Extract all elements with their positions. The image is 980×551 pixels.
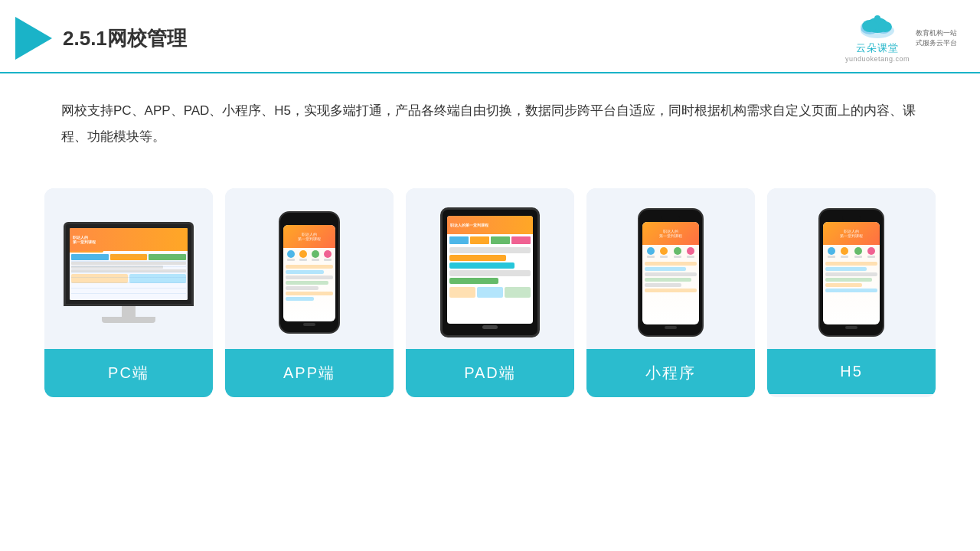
phone-h5-screen: 职达人的第一堂判课程 xyxy=(823,222,880,324)
phone-mini-home xyxy=(665,326,677,329)
phone-mini-icon-label-3 xyxy=(674,256,681,258)
phone-notch xyxy=(300,219,318,223)
phone-mini-icon-label-4 xyxy=(687,256,694,258)
card-miniprogram: 职达人的第一堂判课程 xyxy=(586,188,755,397)
card-h5: 职达人的第一堂判课程 xyxy=(767,188,936,397)
tablet-mockup: 职达人的第一堂判课程 xyxy=(440,207,540,337)
card-pc-image: 职达人的第一堂判课程 xyxy=(44,188,213,349)
phone-icon-label-2 xyxy=(299,259,307,261)
card-h5-image: 职达人的第一堂判课程 xyxy=(767,188,936,349)
phone-mini-icon-4 xyxy=(687,247,694,258)
card-app-image: 职达人的第一堂判课程 xyxy=(225,188,394,349)
phone-h5-icon-3 xyxy=(854,247,862,258)
card-app: 职达人的第一堂判课程 xyxy=(225,188,394,397)
phone-screen: 职达人的第一堂判课程 xyxy=(283,225,335,321)
cloud-icon xyxy=(854,14,900,41)
phone-icon-label-4 xyxy=(324,259,332,261)
header-left: 2.5.1网校管理 xyxy=(15,17,187,60)
phone-icon-circle-2 xyxy=(299,250,307,258)
phone-h5-icon-2 xyxy=(841,247,848,258)
page-title: 2.5.1网校管理 xyxy=(63,25,187,52)
phone-app-mockup: 职达人的第一堂判课程 xyxy=(279,211,340,334)
phone-icon-2 xyxy=(299,250,307,261)
phone-mini-icons xyxy=(642,245,699,260)
card-app-label: APP端 xyxy=(225,349,394,397)
tablet-row-4 xyxy=(449,270,531,276)
card-pad-image: 职达人的第一堂判课程 xyxy=(406,188,574,349)
phone-icon-1 xyxy=(287,250,295,261)
tablet-row-3 xyxy=(449,262,514,269)
phone-icon-3 xyxy=(312,250,319,261)
phone-h5-notch xyxy=(842,216,861,220)
card-miniprogram-label: 小程序 xyxy=(586,349,755,397)
pc-neck xyxy=(122,306,136,317)
logo-triangle-icon xyxy=(15,17,52,60)
tablet-screen: 职达人的第一堂判课程 xyxy=(447,216,533,324)
phone-h5-banner: 职达人的第一堂判课程 xyxy=(823,222,880,245)
brand-logo: 云朵课堂 yunduoketang.com xyxy=(845,14,910,63)
description-text: 网校支持PC、APP、PAD、小程序、H5，实现多端打通，产品各终端自由切换，数… xyxy=(0,73,980,165)
phone-h5-home xyxy=(845,326,858,329)
phone-icon-circle-4 xyxy=(324,250,332,258)
phone-h5-icon-label-4 xyxy=(867,256,875,258)
pc-device-mockup: 职达人的第一堂判课程 xyxy=(64,222,194,323)
phone-icon-circle-3 xyxy=(312,250,319,258)
card-pc: 职达人的第一堂判课程 xyxy=(44,188,213,397)
phone-h5-icon-circle-3 xyxy=(854,247,862,255)
header: 2.5.1网校管理 云朵课堂 yunduoketang.com 教育机构一站式服… xyxy=(0,0,980,73)
phone-icons-row xyxy=(283,248,335,263)
phone-mini-icon-label-2 xyxy=(660,256,668,258)
svg-point-5 xyxy=(878,21,892,32)
phone-h5-icon-circle-4 xyxy=(867,247,875,255)
phone-h5-mockup: 职达人的第一堂判课程 xyxy=(818,208,884,337)
tablet-row-5 xyxy=(449,278,498,284)
phone-mini-banner: 职达人的第一堂判课程 xyxy=(642,222,699,245)
phone-mini-icon-1 xyxy=(647,247,655,258)
tablet-home-bar xyxy=(482,325,498,329)
phone-banner: 职达人的第一堂判课程 xyxy=(283,225,335,248)
phone-h5-icon-1 xyxy=(828,247,835,258)
phone-h5-icons xyxy=(823,245,880,260)
phone-mini-notch xyxy=(662,216,680,220)
phone-mini-icon-label-1 xyxy=(647,256,655,258)
cards-container: 职达人的第一堂判课程 xyxy=(0,173,980,412)
svg-point-4 xyxy=(862,20,877,32)
pc-base xyxy=(102,317,155,323)
phone-mini-screen: 职达人的第一堂判课程 xyxy=(642,222,699,324)
phone-icon-circle-1 xyxy=(287,250,295,258)
phone-h5-icon-4 xyxy=(867,247,875,258)
phone-h5-icon-label-1 xyxy=(828,256,835,258)
phone-mini-mockup: 职达人的第一堂判课程 xyxy=(638,208,704,337)
card-miniprogram-image: 职达人的第一堂判课程 xyxy=(586,188,755,349)
pc-screen-inner: 职达人的第一堂判课程 xyxy=(70,228,188,300)
tablet-row-2 xyxy=(449,255,506,261)
tablet-screen-header: 职达人的第一堂判课程 xyxy=(447,216,533,234)
phone-icon-label-3 xyxy=(312,259,319,261)
phone-home-button xyxy=(303,323,315,326)
phone-h5-icon-circle-2 xyxy=(841,247,848,255)
phone-h5-icon-label-3 xyxy=(854,256,862,258)
phone-mini-icon-circle-1 xyxy=(647,247,655,255)
card-pad-label: PAD端 xyxy=(406,349,574,397)
phone-mini-icon-3 xyxy=(674,247,681,258)
header-right: 云朵课堂 yunduoketang.com 教育机构一站式服务云平台 xyxy=(845,14,957,63)
phone-mini-icon-circle-3 xyxy=(674,247,681,255)
tablet-row-1 xyxy=(449,247,531,253)
phone-mini-icon-2 xyxy=(660,247,668,258)
card-h5-label: H5 xyxy=(767,349,936,394)
brand-url: yunduoketang.com xyxy=(845,55,910,63)
tablet-screen-body xyxy=(447,234,533,300)
phone-icon-label-1 xyxy=(287,259,295,261)
card-pad: 职达人的第一堂判课程 xyxy=(406,188,574,397)
phone-icon-4 xyxy=(324,250,332,261)
phone-h5-icon-circle-1 xyxy=(828,247,835,255)
phone-h5-icon-label-2 xyxy=(841,256,848,258)
phone-mini-icon-circle-4 xyxy=(687,247,694,255)
pc-screen-outer: 职达人的第一堂判课程 xyxy=(64,222,194,306)
brand-name: 云朵课堂 xyxy=(856,41,899,55)
card-pc-label: PC端 xyxy=(44,349,213,397)
phone-mini-icon-circle-2 xyxy=(660,247,668,255)
brand-tagline: 教育机构一站式服务云平台 xyxy=(916,28,957,47)
